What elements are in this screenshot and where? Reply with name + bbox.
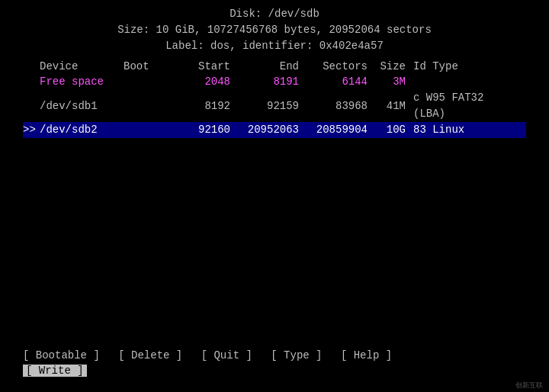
- disk-size-line: Size: 10 GiB, 10727456768 bytes, 2095206…: [0, 22, 549, 38]
- row-start: 2048: [169, 74, 238, 90]
- col-size-header: Size: [375, 60, 413, 72]
- row-idtype: 83 Linux: [413, 122, 505, 138]
- row-sectors: 6144: [307, 74, 375, 90]
- bottom-bar: [ Bootable ] [ Delete ] [ Quit ] [ Type …: [0, 349, 549, 377]
- watermark: 创新互联: [515, 381, 543, 390]
- row-indicator: >>: [23, 122, 40, 138]
- table-row[interactable]: >> /dev/sdb2 92160 20952063 20859904 10G…: [23, 122, 526, 138]
- button-row-1: [ Bootable ] [ Delete ] [ Quit ] [ Type …: [23, 349, 526, 361]
- row-end: 20952063: [238, 122, 307, 138]
- row-size: 41M: [375, 98, 413, 114]
- row-device: /dev/sdb1: [40, 98, 124, 114]
- row-start: 8192: [169, 98, 238, 114]
- row-size: 3M: [375, 74, 413, 90]
- screen: Disk: /dev/sdb Size: 10 GiB, 10727456768…: [0, 0, 549, 392]
- partition-table: Device Boot Start End Sectors Size Id Ty…: [0, 60, 549, 138]
- row-end: 92159: [238, 98, 307, 114]
- col-boot-header: Boot: [124, 60, 169, 72]
- row-sectors: 20859904: [307, 122, 375, 138]
- disk-header: Disk: /dev/sdb Size: 10 GiB, 10727456768…: [0, 6, 549, 54]
- write-button[interactable]: [ Write ]: [23, 365, 87, 377]
- table-row[interactable]: /dev/sdb1 8192 92159 83968 41M c W95 FAT…: [23, 90, 526, 122]
- bootable-button[interactable]: [ Bootable ]: [23, 349, 100, 361]
- row-device: Free space: [40, 74, 124, 90]
- row-idtype: c W95 FAT32 (LBA): [413, 90, 505, 122]
- quit-button[interactable]: [ Quit ]: [201, 349, 252, 361]
- col-start-header: Start: [169, 60, 238, 72]
- col-sectors-header: Sectors: [307, 60, 375, 72]
- column-headers: Device Boot Start End Sectors Size Id Ty…: [23, 60, 526, 72]
- col-end-header: End: [238, 60, 307, 72]
- delete-button[interactable]: [ Delete ]: [118, 349, 182, 361]
- row-start: 92160: [169, 122, 238, 138]
- button-row-2: [ Write ]: [23, 365, 526, 377]
- type-button[interactable]: [ Type ]: [271, 349, 322, 361]
- row-size: 10G: [375, 122, 413, 138]
- table-row[interactable]: Free space 2048 8191 6144 3M: [23, 74, 526, 90]
- row-device: /dev/sdb2: [40, 122, 124, 138]
- col-device-header: Device: [40, 60, 124, 72]
- help-button[interactable]: [ Help ]: [341, 349, 392, 361]
- col-idtype-header: Id Type: [413, 60, 505, 72]
- row-sectors: 83968: [307, 98, 375, 114]
- row-end: 8191: [238, 74, 307, 90]
- disk-label-line: Label: dos, identifier: 0x402e4a57: [0, 38, 549, 54]
- disk-title: Disk: /dev/sdb: [0, 6, 549, 22]
